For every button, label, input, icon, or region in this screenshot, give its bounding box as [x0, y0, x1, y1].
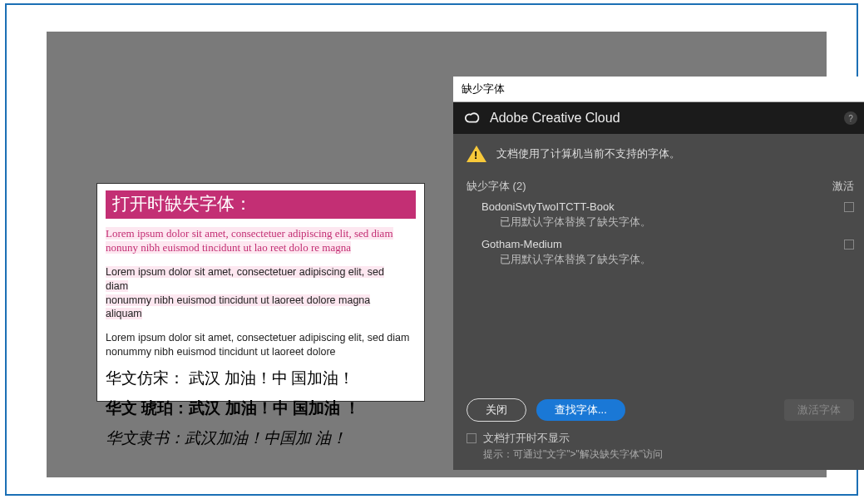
cn-row-2: 华文 琥珀：武汉 加油！中 国加油 ！ — [106, 398, 416, 419]
font-status-label: 已用默认字体替换了缺失字体。 — [500, 253, 854, 267]
activate-header: 激活 — [832, 179, 854, 194]
outer-frame: 打开时缺失字体： Lorem ipsum dolor sit amet, con… — [5, 3, 858, 496]
doc-paragraph-2: Lorem ipsum dolor sit amet, consectetuer… — [106, 265, 416, 322]
warning-row: 文档使用了计算机当前不支持的字体。 — [467, 146, 854, 162]
missing-fonts-dialog: 缺少字体 Adobe Creative Cloud ? 文档使用了计算机当前不支… — [453, 77, 864, 470]
dialog-title: 缺少字体 — [453, 77, 864, 102]
font-item: Gotham-Medium 已用默认字体替换了缺失字体。 — [481, 238, 854, 267]
footer-row: 文档打开时不显示 提示：可通过"文字">"解决缺失字体"访问 — [467, 432, 854, 462]
dont-show-checkbox[interactable] — [467, 433, 476, 443]
activate-checkbox[interactable] — [844, 240, 854, 250]
font-list-header: 缺少字体 (2) 激活 — [467, 179, 854, 194]
activate-fonts-button[interactable]: 激活字体 — [784, 399, 854, 421]
doc-paragraph-3: Lorem ipsum dolor sit amet, consectetuer… — [106, 331, 416, 359]
footer-hint: 提示：可通过"文字">"解决缺失字体"访问 — [483, 447, 663, 462]
help-icon[interactable]: ? — [844, 111, 857, 125]
warning-text: 文档使用了计算机当前不支持的字体。 — [496, 146, 680, 161]
dialog-brand-bar: Adobe Creative Cloud ? — [453, 102, 864, 134]
workspace-background: 打开时缺失字体： Lorem ipsum dolor sit amet, con… — [47, 32, 827, 477]
find-fonts-button[interactable]: 查找字体... — [536, 399, 625, 421]
doc-paragraph-1: Lorem ipsum dolor sit amet, consectetuer… — [106, 227, 416, 255]
document-preview: 打开时缺失字体： Lorem ipsum dolor sit amet, con… — [96, 183, 425, 402]
warning-icon — [467, 146, 486, 162]
font-item: BodoniSvtyTwoITCTT-Book 已用默认字体替换了缺失字体。 — [481, 200, 854, 230]
button-row: 关闭 查找字体... 激活字体 — [467, 390, 854, 422]
doc-title: 打开时缺失字体： — [106, 190, 416, 219]
missing-fonts-label: 缺少字体 (2) — [467, 179, 526, 194]
close-button[interactable]: 关闭 — [467, 398, 526, 422]
font-status-label: 已用默认字体替换了缺失字体。 — [500, 215, 854, 230]
dont-show-label: 文档打开时不显示 — [483, 432, 663, 446]
font-name-label: BodoniSvtyTwoITCTT-Book — [481, 200, 615, 213]
brand-label: Adobe Creative Cloud — [490, 111, 620, 126]
creative-cloud-icon — [463, 109, 481, 127]
activate-checkbox[interactable] — [844, 202, 854, 212]
cn-row-1: 华文仿宋： 武汉 加油！中 国加油！ — [106, 368, 416, 389]
cn-row-3: 华文隶书：武汉加油！中国加 油！ — [106, 427, 416, 449]
font-name-label: Gotham-Medium — [481, 238, 562, 250]
